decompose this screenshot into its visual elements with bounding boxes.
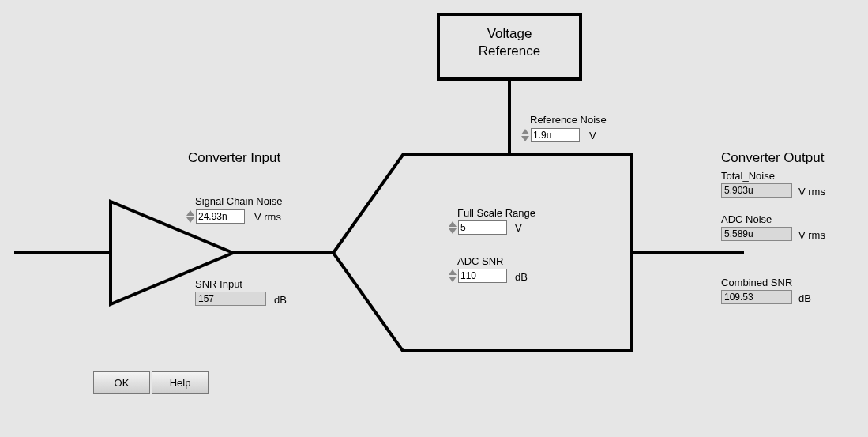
svg-marker-10 <box>186 217 194 223</box>
reference-noise-unit: V <box>589 130 596 141</box>
ok-button[interactable]: OK <box>93 371 150 394</box>
converter-input-heading: Converter Input <box>188 150 280 166</box>
spinner-icon[interactable] <box>520 128 531 142</box>
total-noise-readout: 5.903u <box>721 183 792 198</box>
svg-marker-7 <box>521 129 529 134</box>
full-scale-range-input[interactable] <box>458 220 507 235</box>
adc-snr-unit: dB <box>515 271 528 283</box>
svg-marker-3 <box>333 155 632 351</box>
spinner-icon[interactable] <box>447 220 458 235</box>
total-noise-label: Total_Noise <box>721 170 775 182</box>
snr-input-readout: 157 <box>195 292 266 306</box>
adc-noise-unit: V rms <box>798 229 825 241</box>
snr-input-label: SNR Input <box>195 278 242 290</box>
svg-marker-13 <box>449 269 457 275</box>
full-scale-range-label: Full Scale Range <box>457 207 535 219</box>
spinner-icon[interactable] <box>447 269 458 283</box>
voltage-reference-title-line2: Reference <box>479 43 540 58</box>
svg-marker-9 <box>186 210 194 216</box>
voltage-reference-title-line1: Voltage <box>487 26 532 41</box>
signal-chain-noise-input[interactable] <box>196 209 245 224</box>
spinner-icon[interactable] <box>185 209 196 224</box>
reference-noise-label: Reference Noise <box>530 114 607 126</box>
svg-marker-8 <box>521 136 529 141</box>
full-scale-range-unit: V <box>515 222 522 234</box>
help-button[interactable]: Help <box>152 371 209 394</box>
adc-noise-readout: 5.589u <box>721 227 792 241</box>
combined-snr-label: Combined SNR <box>721 277 792 288</box>
svg-marker-14 <box>449 277 457 282</box>
adc-noise-label: ADC Noise <box>721 213 772 225</box>
signal-chain-noise-unit: V rms <box>254 211 281 223</box>
combined-snr-unit: dB <box>798 292 811 304</box>
combined-snr-readout: 109.53 <box>721 290 792 304</box>
snr-input-unit: dB <box>274 294 287 306</box>
reference-noise-input[interactable] <box>531 128 580 142</box>
svg-marker-11 <box>449 221 457 227</box>
converter-output-heading: Converter Output <box>721 150 824 166</box>
signal-chain-noise-label: Signal Chain Noise <box>195 195 283 207</box>
adc-snr-input[interactable] <box>458 269 507 283</box>
svg-marker-12 <box>449 228 457 234</box>
voltage-reference-title: Voltage Reference <box>438 25 581 60</box>
adc-snr-label: ADC SNR <box>457 255 504 267</box>
total-noise-unit: V rms <box>798 186 825 198</box>
